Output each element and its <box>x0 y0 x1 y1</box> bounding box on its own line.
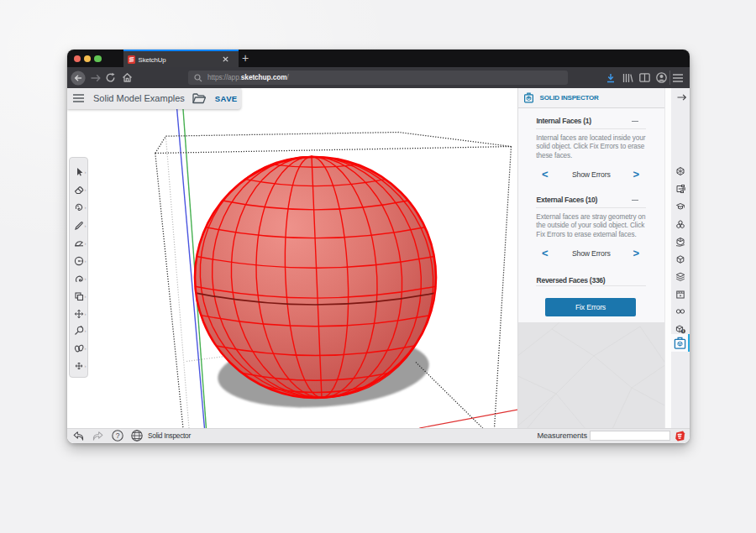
svg-text:?: ? <box>116 431 120 440</box>
svg-text:i: i <box>683 329 684 333</box>
